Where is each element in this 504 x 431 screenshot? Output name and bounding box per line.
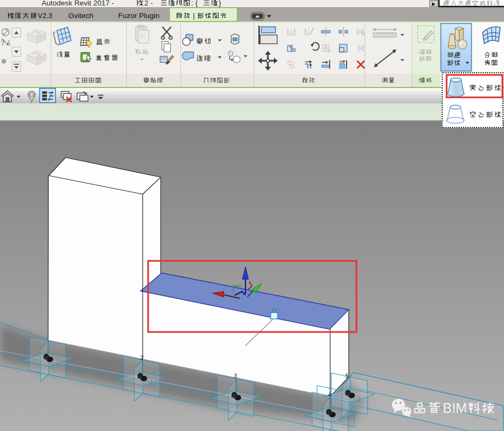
svg-text:4: 4: [328, 392, 331, 398]
svg-text:3: 3: [234, 373, 237, 379]
svg-text:Autodesk Revit 2017 -: Autodesk Revit 2017 -: [42, 0, 114, 7]
svg-text:V2.3: V2.3: [38, 11, 52, 20]
svg-text:2 -: 2 -: [144, 0, 153, 7]
svg-text:2: 2: [140, 355, 144, 361]
svg-text:|: |: [193, 11, 195, 20]
svg-text:}: }: [219, 0, 221, 7]
svg-text:: {: : {: [191, 0, 198, 7]
svg-text:BIM: BIM: [443, 400, 467, 416]
svg-text:P: P: [328, 49, 331, 53]
svg-text:Fuzor Plugin: Fuzor Plugin: [118, 11, 160, 20]
svg-text:5: 5: [345, 373, 349, 379]
svg-text:Gvitech: Gvitech: [68, 11, 93, 20]
